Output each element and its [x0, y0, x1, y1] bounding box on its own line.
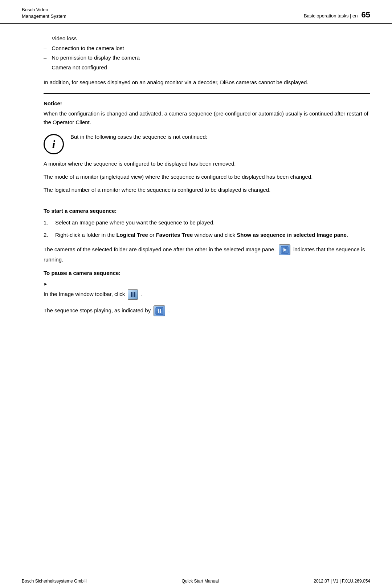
footer-right: 2012.07 | V1 | F.01U.269.054 [314, 579, 370, 584]
header-title: Basic operation tasks | en [304, 13, 358, 19]
step2-post: window and click [193, 232, 237, 238]
svg-rect-13 [158, 309, 159, 313]
intro-paragraph: In addition, for sequences displayed on … [44, 78, 370, 87]
info-block: i But in the following cases the sequenc… [44, 133, 370, 154]
bullet-text-2: Connection to the camera lost [52, 44, 124, 53]
sequence-stopped-icon [154, 305, 165, 316]
pause-instruction-text: In the Image window toolbar, click [44, 291, 125, 297]
info-para-1: A monitor where the sequence is configur… [44, 159, 370, 168]
step2-end: . [347, 232, 348, 238]
info-icon: i [44, 134, 64, 154]
pause-instruction: In the Image window toolbar, click . [44, 289, 370, 300]
arrow-icon: ► [44, 281, 48, 287]
info-text-main: But in the following cases the sequence … [70, 133, 370, 141]
header-right: Basic operation tasks | en 65 [304, 10, 370, 20]
list-item: – Camera not configured [44, 64, 370, 72]
step-number-1: 1. [44, 218, 55, 227]
pause-result-text: The sequence stops playing, as indicated… [44, 307, 151, 313]
step2-bold1: Logical Tree [116, 232, 148, 238]
divider-1 [44, 93, 370, 94]
pause-result-end: . [168, 307, 170, 313]
step-number-2: 2. [44, 231, 55, 239]
step2-pre: Right-click a folder in the [55, 232, 116, 238]
main-content: – Video loss – Connection to the camera … [0, 24, 392, 574]
notice-label: Notice! [44, 100, 370, 106]
dash-icon: – [44, 64, 46, 72]
pause-bar-1 [131, 292, 132, 297]
page: Bosch Video Management System Basic oper… [0, 0, 392, 588]
step2-para-text: The cameras of the selected folder are d… [44, 246, 276, 252]
svg-rect-14 [160, 309, 161, 313]
header-page-number: 65 [362, 10, 370, 20]
pause-bar-2 [134, 292, 135, 297]
bullet-text-3: No permission to display the camera [52, 54, 140, 62]
step-1-text: Select an Image pane where you want the … [55, 218, 370, 227]
pause-result-para: The sequence stops playing, as indicated… [44, 305, 370, 316]
bullet-text-4: Camera not configured [52, 64, 107, 72]
pause-button-icon [128, 289, 138, 300]
notice-section: Notice! When the configuration is change… [44, 100, 370, 127]
pause-dot: . [141, 291, 143, 297]
info-para-3: The logical number of a monitor where th… [44, 186, 370, 194]
header-left: Bosch Video Management System [22, 7, 66, 20]
info-para-2: The mode of a monitor (single/quad view)… [44, 173, 370, 181]
bullet-list: – Video loss – Connection to the camera … [44, 35, 370, 72]
step2-bold2: Favorites Tree [156, 232, 193, 238]
list-item-1: 1. Select an Image pane where you want t… [44, 218, 370, 227]
footer-center: Quick Start Manual [182, 579, 219, 584]
arrow-bullet: ► [44, 280, 370, 287]
step2-para: The cameras of the selected folder are d… [44, 244, 370, 264]
footer-left: Bosch Sicherheitssysteme GmbH [22, 579, 87, 584]
header-line2: Management System [22, 13, 66, 20]
step2-bold3: Show as sequence in selected Image pane [237, 232, 347, 238]
start-sequence-heading: To start a camera sequence: [44, 208, 370, 214]
bullet-text-1: Video loss [52, 35, 77, 43]
list-item-2: 2. Right-click a folder in the Logical T… [44, 231, 370, 239]
step2-mid: or [148, 232, 156, 238]
numbered-list: 1. Select an Image pane where you want t… [44, 218, 370, 239]
pause-sequence-heading: To pause a camera sequence: [44, 270, 370, 276]
divider-2 [44, 201, 370, 201]
dash-icon: – [44, 54, 46, 62]
list-item: – Video loss [44, 35, 370, 43]
notice-paragraph: When the configuration is changed and ac… [44, 109, 370, 127]
list-item: – No permission to display the camera [44, 54, 370, 62]
info-block-text: But in the following cases the sequence … [70, 133, 370, 141]
header: Bosch Video Management System Basic oper… [0, 0, 392, 24]
step-2-text: Right-click a folder in the Logical Tree… [55, 231, 370, 239]
sequence-running-icon [279, 244, 290, 255]
dash-icon: – [44, 35, 46, 43]
header-line1: Bosch Video [22, 7, 66, 13]
dash-icon: – [44, 44, 46, 53]
list-item: – Connection to the camera lost [44, 44, 370, 53]
footer: Bosch Sicherheitssysteme GmbH Quick Star… [0, 574, 392, 588]
